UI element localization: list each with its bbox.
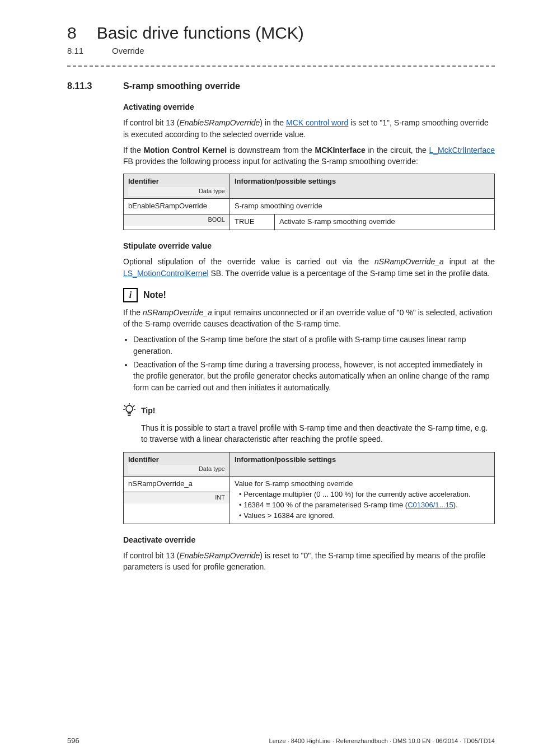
desc-line: Value for S-ramp smoothing override <box>235 479 490 489</box>
cell-desc: Value for S-ramp smoothing override • Pe… <box>230 477 495 524</box>
text: Optional stipulation of the override val… <box>123 257 374 266</box>
para-deactivate: If control bit 13 (EnableSRampOverride) … <box>123 550 495 573</box>
note-list: Deactivation of the S-ramp time before t… <box>133 334 495 393</box>
th-identifier: Identifier Data type <box>124 452 230 477</box>
desc-line: • 16384 ≡ 100 % of the parameterised S-r… <box>235 500 490 511</box>
text: is downstream from the <box>227 146 315 155</box>
text: If the <box>123 308 143 317</box>
table-row: bEnableSRampOverride BOOL S-ramp smoothi… <box>124 199 495 214</box>
th-identifier: Identifier Data type <box>124 174 230 199</box>
th-info: Information/possible settings <box>230 174 495 199</box>
text: If control bit 13 ( <box>123 118 179 127</box>
para-activating-1: If control bit 13 (EnableSRampOverride) … <box>123 117 495 140</box>
text: FB provides the following process input … <box>123 157 418 166</box>
lightbulb-icon <box>123 403 135 418</box>
note-label: Note! <box>143 288 166 301</box>
list-item: Deactivation of the S-ramp time before t… <box>133 334 495 357</box>
table-row: nSRampOverride_a INT Value for S-ramp sm… <box>124 477 495 524</box>
text: ). <box>453 501 458 509</box>
tip-label: Tip! <box>141 405 155 416</box>
text: If control bit 13 ( <box>123 551 179 560</box>
link-motioncontrolkernel[interactable]: LS_MotionControlKernel <box>123 269 209 278</box>
para-activating-2: If the Motion Control Kernel is downstre… <box>123 144 495 167</box>
identifier-em: EnableSRampOverride <box>179 551 260 560</box>
tip-block: Tip! Thus it is possible to start a trav… <box>123 403 495 445</box>
link-c01306[interactable]: C01306/1...15 <box>407 501 453 509</box>
table-override-value: Identifier Data type Information/possibl… <box>123 452 495 524</box>
text: If the <box>123 146 144 155</box>
para-stipulate: Optional stipulation of the override val… <box>123 256 495 279</box>
info-icon: i <box>123 288 138 302</box>
link-mckctrlinterface[interactable]: L_MckCtrlInterface <box>429 146 495 155</box>
doc-info: Lenze · 8400 HighLine · Referenzhandbuch… <box>269 738 495 744</box>
th-identifier-label: Identifier <box>128 176 225 187</box>
page-number: 596 <box>67 736 79 745</box>
table-process-input: Identifier Data type Information/possibl… <box>123 174 495 230</box>
text: input at the <box>444 257 495 266</box>
chapter-title: Basic drive functions (MCK) <box>97 24 304 43</box>
text: ) in the <box>260 118 286 127</box>
term-mckinterface: MCKInterface <box>315 146 366 155</box>
divider-dashed <box>67 66 495 67</box>
identifier-em: EnableSRampOverride <box>179 118 260 127</box>
svg-point-0 <box>126 405 133 412</box>
table-header-row: Identifier Data type Information/possibl… <box>124 174 495 199</box>
cell-datatype: INT <box>124 492 229 503</box>
heading-deactivate: Deactivate override <box>123 534 495 545</box>
subsection-number: 8.11.3 <box>67 81 103 91</box>
th-datatype-label: Data type <box>128 187 225 196</box>
term-mck: Motion Control Kernel <box>144 146 227 155</box>
cell-identifier: nSRampOverride_a <box>124 477 229 492</box>
tip-paragraph: Thus it is possible to start a travel pr… <box>141 422 495 445</box>
note-paragraph: If the nSRampOverride_a input remains un… <box>123 307 495 330</box>
cell-datatype: BOOL <box>124 214 229 226</box>
heading-activating: Activating override <box>123 101 495 113</box>
desc-line: • Percentage multiplier (0 ... 100 %) fo… <box>235 489 490 500</box>
identifier-em: nSRampOverride_a <box>374 257 444 266</box>
page-footer: 596 Lenze · 8400 HighLine · Referenzhand… <box>0 736 534 745</box>
subsection-title: S-ramp smoothing override <box>123 81 240 91</box>
chapter-number: 8 <box>67 24 77 43</box>
th-datatype-label: Data type <box>128 465 225 474</box>
note-block: i Note! If the nSRampOverride_a input re… <box>123 288 495 393</box>
svg-line-3 <box>133 405 134 407</box>
heading-stipulate: Stipulate override value <box>123 240 495 251</box>
text: in the circuit, the <box>366 146 429 155</box>
cell-desc: S-ramp smoothing override <box>230 199 495 214</box>
text: SB. The override value is a percentage o… <box>209 269 490 278</box>
desc-line: • Values > 16384 are ignored. <box>235 511 490 521</box>
identifier-em: nSRampOverride_a <box>143 308 212 317</box>
th-info: Information/possible settings <box>230 452 495 477</box>
cell-value-desc: Activate S-ramp smoothing override <box>275 214 495 230</box>
table-header-row: Identifier Data type Information/possibl… <box>124 452 495 477</box>
th-identifier-label: Identifier <box>128 455 225 465</box>
link-mck-control-word[interactable]: MCK control word <box>286 118 348 127</box>
text: • 16384 ≡ 100 % of the parameterised S-r… <box>239 501 407 509</box>
cell-value: TRUE <box>230 214 275 230</box>
list-item: Deactivation of the S-ramp time during a… <box>133 359 495 393</box>
section-number-minor: 8.11 <box>67 46 92 55</box>
svg-line-2 <box>124 405 125 407</box>
section-title-minor: Override <box>112 46 144 55</box>
cell-identifier: bEnableSRampOverride <box>124 199 229 214</box>
